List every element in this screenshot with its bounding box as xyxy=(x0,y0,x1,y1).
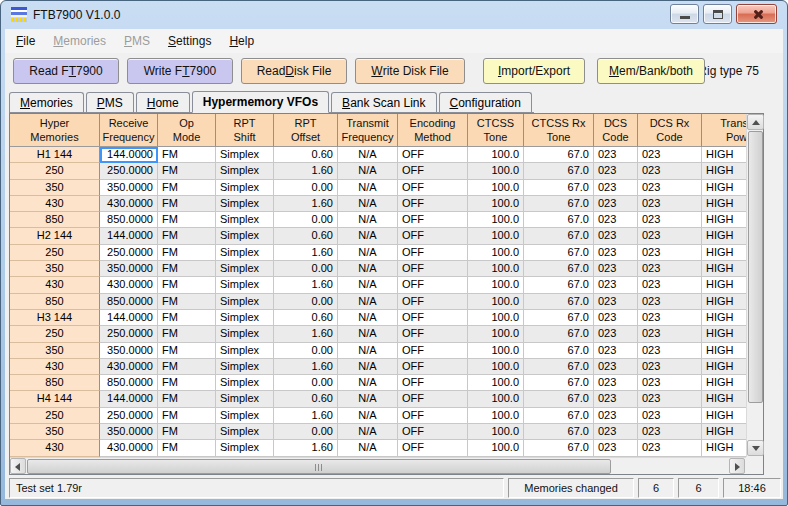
cell-rx[interactable]: 250.0000 xyxy=(100,163,158,179)
cell-enc[interactable]: OFF xyxy=(398,408,468,424)
cell-rx[interactable]: 144.0000 xyxy=(100,147,158,163)
cell-rx[interactable]: 144.0000 xyxy=(100,310,158,326)
cell-tx[interactable]: N/A xyxy=(338,163,398,179)
cell-dcsrx[interactable]: 023 xyxy=(638,163,702,179)
cell-rx[interactable]: 430.0000 xyxy=(100,359,158,375)
tab-configuration[interactable]: Configuration xyxy=(439,92,532,112)
cell-shift[interactable]: Simplex xyxy=(216,180,274,196)
write-disk-file-button[interactable]: Write Disk File xyxy=(355,58,465,84)
cell-shift[interactable]: Simplex xyxy=(216,212,274,228)
cell-tx[interactable]: N/A xyxy=(338,228,398,244)
cell-offset[interactable]: 0.60 xyxy=(274,310,338,326)
cell-shift[interactable]: Simplex xyxy=(216,277,274,293)
cell-dcs[interactable]: 023 xyxy=(594,147,638,163)
cell-ctcss[interactable]: 100.0 xyxy=(468,440,524,456)
read-disk-file-button[interactable]: Read Disk File xyxy=(241,58,347,84)
cell-dcs[interactable]: 023 xyxy=(594,326,638,342)
menu-item-settings[interactable]: Settings xyxy=(159,30,220,52)
cell-dcsrx[interactable]: 023 xyxy=(638,294,702,310)
cell-enc[interactable]: OFF xyxy=(398,310,468,326)
cell-shift[interactable]: Simplex xyxy=(216,294,274,310)
cell-ctcssrx[interactable]: 67.0 xyxy=(524,163,594,179)
cell-dcsrx[interactable]: 023 xyxy=(638,359,702,375)
cell-dcsrx[interactable]: 023 xyxy=(638,343,702,359)
cell-ctcssrx[interactable]: 67.0 xyxy=(524,228,594,244)
cell-dcsrx[interactable]: 023 xyxy=(638,147,702,163)
cell-dcs[interactable]: 023 xyxy=(594,245,638,261)
cell-shift[interactable]: Simplex xyxy=(216,391,274,407)
row-header[interactable]: 350 xyxy=(10,180,100,196)
vertical-scrollbar[interactable] xyxy=(746,114,763,457)
cell-enc[interactable]: OFF xyxy=(398,391,468,407)
cell-pwr[interactable]: HIGH xyxy=(702,424,746,440)
cell-tx[interactable]: N/A xyxy=(338,440,398,456)
cell-enc[interactable]: OFF xyxy=(398,277,468,293)
cell-tx[interactable]: N/A xyxy=(338,424,398,440)
close-button[interactable] xyxy=(736,4,777,24)
horizontal-scroll-thumb[interactable] xyxy=(27,459,611,474)
cell-rx[interactable]: 350.0000 xyxy=(100,343,158,359)
cell-ctcssrx[interactable]: 67.0 xyxy=(524,359,594,375)
cell-rx[interactable]: 144.0000 xyxy=(100,391,158,407)
vertical-scroll-thumb[interactable] xyxy=(748,131,763,403)
cell-offset[interactable]: 0.60 xyxy=(274,147,338,163)
cell-pwr[interactable]: HIGH xyxy=(702,228,746,244)
cell-shift[interactable]: Simplex xyxy=(216,147,274,163)
cell-shift[interactable]: Simplex xyxy=(216,326,274,342)
cell-tx[interactable]: N/A xyxy=(338,408,398,424)
cell-dcsrx[interactable]: 023 xyxy=(638,180,702,196)
cell-ctcss[interactable]: 100.0 xyxy=(468,408,524,424)
row-header[interactable]: 430 xyxy=(10,196,100,212)
cell-dcs[interactable]: 023 xyxy=(594,196,638,212)
mem-bank-both-button[interactable]: Mem/Bank/both xyxy=(597,58,705,84)
cell-dcsrx[interactable]: 023 xyxy=(638,261,702,277)
cell-ctcssrx[interactable]: 67.0 xyxy=(524,391,594,407)
cell-offset[interactable]: 1.60 xyxy=(274,359,338,375)
cell-enc[interactable]: OFF xyxy=(398,180,468,196)
cell-ctcssrx[interactable]: 67.0 xyxy=(524,147,594,163)
row-header[interactable]: H1 144 xyxy=(10,147,100,163)
cell-ctcss[interactable]: 100.0 xyxy=(468,147,524,163)
cell-rx[interactable]: 430.0000 xyxy=(100,440,158,456)
cell-ctcssrx[interactable]: 67.0 xyxy=(524,245,594,261)
cell-offset[interactable]: 0.00 xyxy=(274,424,338,440)
cell-dcsrx[interactable]: 023 xyxy=(638,228,702,244)
cell-rx[interactable]: 850.0000 xyxy=(100,212,158,228)
cell-mode[interactable]: FM xyxy=(158,440,216,456)
cell-shift[interactable]: Simplex xyxy=(216,343,274,359)
import-export-button[interactable]: Import/Export xyxy=(483,58,585,84)
cell-offset[interactable]: 1.60 xyxy=(274,245,338,261)
cell-mode[interactable]: FM xyxy=(158,163,216,179)
cell-dcs[interactable]: 023 xyxy=(594,310,638,326)
cell-mode[interactable]: FM xyxy=(158,245,216,261)
read-ft7900-button[interactable]: Read FT7900 xyxy=(13,58,119,84)
cell-ctcss[interactable]: 100.0 xyxy=(468,245,524,261)
cell-ctcss[interactable]: 100.0 xyxy=(468,228,524,244)
cell-mode[interactable]: FM xyxy=(158,359,216,375)
cell-pwr[interactable]: HIGH xyxy=(702,440,746,456)
horizontal-scrollbar[interactable] xyxy=(10,457,746,474)
cell-pwr[interactable]: HIGH xyxy=(702,163,746,179)
cell-mode[interactable]: FM xyxy=(158,228,216,244)
cell-shift[interactable]: Simplex xyxy=(216,228,274,244)
cell-pwr[interactable]: HIGH xyxy=(702,343,746,359)
cell-rx[interactable]: 850.0000 xyxy=(100,375,158,391)
cell-ctcss[interactable]: 100.0 xyxy=(468,163,524,179)
cell-pwr[interactable]: HIGH xyxy=(702,147,746,163)
row-header[interactable]: 350 xyxy=(10,343,100,359)
cell-tx[interactable]: N/A xyxy=(338,310,398,326)
cell-offset[interactable]: 0.00 xyxy=(274,261,338,277)
cell-pwr[interactable]: HIGH xyxy=(702,212,746,228)
cell-offset[interactable]: 0.60 xyxy=(274,228,338,244)
cell-offset[interactable]: 0.60 xyxy=(274,391,338,407)
cell-enc[interactable]: OFF xyxy=(398,196,468,212)
cell-mode[interactable]: FM xyxy=(158,147,216,163)
cell-offset[interactable]: 1.60 xyxy=(274,277,338,293)
cell-mode[interactable]: FM xyxy=(158,212,216,228)
cell-pwr[interactable]: HIGH xyxy=(702,408,746,424)
cell-rx[interactable]: 430.0000 xyxy=(100,196,158,212)
cell-enc[interactable]: OFF xyxy=(398,245,468,261)
cell-ctcssrx[interactable]: 67.0 xyxy=(524,440,594,456)
cell-offset[interactable]: 0.00 xyxy=(274,212,338,228)
cell-enc[interactable]: OFF xyxy=(398,326,468,342)
